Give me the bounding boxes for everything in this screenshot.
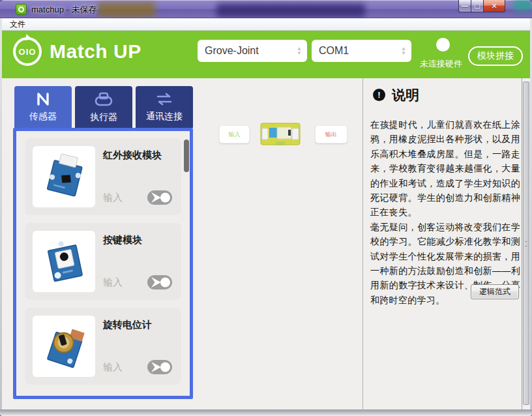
- info-icon: !: [373, 89, 385, 101]
- board-select-value: Grove-Joint: [205, 45, 259, 57]
- module-io-label: 输入: [103, 361, 123, 374]
- list-scrollbar-thumb[interactable]: [184, 140, 189, 172]
- app-icon: [16, 4, 27, 15]
- select-spinner-icon[interactable]: ▲ ▼: [401, 46, 406, 55]
- logo-text: Match UP: [50, 40, 141, 63]
- logo-drop-icon: OIO: [13, 37, 42, 66]
- actuator-icon: [94, 91, 113, 107]
- minimize-button[interactable]: —: [458, 0, 471, 12]
- connection-status-label: 未连接硬件: [420, 58, 469, 70]
- plug-toggle-icon: [147, 190, 172, 205]
- select-spinner-icon[interactable]: ▲ ▼: [297, 46, 302, 55]
- tab-communication[interactable]: 通讯连接: [136, 86, 193, 128]
- module-io-label: 输入: [103, 192, 123, 204]
- logo-badge-text: OIO: [19, 47, 37, 57]
- tab-label: 通讯连接: [146, 111, 183, 123]
- module-card-potentiometer[interactable]: 旋转电位计 输入: [25, 308, 181, 385]
- app-window: matchup - 未保存 — ▢ ✕ 文件 OIO Match UP Grov…: [0, 0, 532, 416]
- logic-paradigm-button[interactable]: 逻辑范式: [471, 284, 519, 299]
- board-thumbnail[interactable]: [260, 121, 301, 147]
- tab-actuators[interactable]: 执行器: [75, 86, 132, 128]
- info-panel-title: 说明: [392, 86, 419, 104]
- chevron-down-icon[interactable]: ▼: [401, 51, 406, 55]
- module-card-ir-receiver[interactable]: 红外接收模块 输入: [25, 138, 181, 215]
- window-frame: [0, 409, 532, 416]
- plug-toggle-icon: [147, 275, 172, 290]
- port-select[interactable]: COM1 ▲ ▼: [312, 40, 411, 62]
- app-header: OIO Match UP Grove-Joint ▲ ▼ COM1 ▲ ▼ 未连…: [2, 31, 530, 78]
- panel-divider: [362, 78, 363, 409]
- title-bar: matchup - 未保存 — ▢ ✕: [0, 0, 532, 18]
- module-name: 旋转电位计: [103, 319, 172, 331]
- comm-arrows-icon: [155, 92, 173, 106]
- menu-bar: 文件: [2, 18, 530, 31]
- info-paragraph: 在孩提时代，儿童们就喜欢在纸上涂鸦，用橡皮泥捏出各种形状，以及用乐高积木堆叠成房…: [370, 117, 520, 220]
- assemble-button[interactable]: 模块拼接: [468, 46, 523, 66]
- tab-sensors[interactable]: 传感器: [14, 86, 72, 128]
- module-name: 红外接收模块: [103, 149, 172, 162]
- desktop-glow: [216, 4, 365, 17]
- window-controls: — ▢ ✕: [458, 0, 505, 12]
- right-scrollbar[interactable]: [522, 78, 530, 409]
- board-select[interactable]: Grove-Joint ▲ ▼: [198, 40, 307, 62]
- menu-file[interactable]: 文件: [5, 19, 31, 30]
- n-sensor-icon: [36, 92, 50, 106]
- close-button[interactable]: ✕: [483, 0, 505, 12]
- module-card-button[interactable]: 按键模块 输入: [25, 223, 181, 300]
- main-area: 传感器 执行器 通讯连接: [2, 78, 530, 409]
- info-panel-body: 在孩提时代，儿童们就喜欢在纸上涂鸦，用橡皮泥捏出各种形状，以及用乐高积木堆叠成房…: [370, 117, 520, 307]
- module-photo-potentiometer: [33, 316, 95, 377]
- tab-label: 传感器: [29, 111, 57, 123]
- module-name: 按键模块: [103, 234, 172, 246]
- module-photo-button: [33, 231, 95, 292]
- connection-status-icon: [436, 38, 450, 52]
- right-scrollbar-thumb[interactable]: [523, 82, 529, 405]
- chevron-down-icon[interactable]: ▼: [297, 51, 302, 55]
- matchup-logo: OIO Match UP: [13, 37, 141, 66]
- port-select-value: COM1: [319, 45, 349, 57]
- module-list: 红外接收模块 输入: [13, 128, 193, 399]
- maximize-button[interactable]: ▢: [471, 0, 483, 12]
- module-photo-ir-receiver: [33, 146, 95, 207]
- module-io-label: 输入: [103, 276, 123, 289]
- desktop-glow: [514, 0, 532, 10]
- input-chip[interactable]: 输入: [219, 125, 250, 143]
- window-title: matchup - 未保存: [31, 4, 96, 16]
- desktop-glow: [98, 3, 155, 17]
- plug-toggle-icon: [147, 359, 172, 375]
- tab-label: 执行器: [90, 111, 117, 123]
- output-chip[interactable]: 输出: [315, 125, 347, 143]
